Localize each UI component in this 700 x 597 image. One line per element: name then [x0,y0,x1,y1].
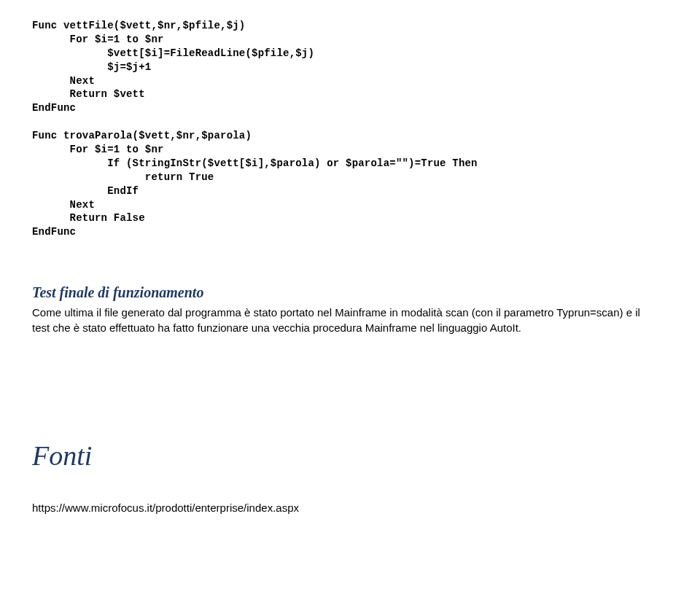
code-listing: Func vettFile($vett,$nr,$pfile,$j) For $… [32,19,668,239]
body-paragraph: Come ultima il file generato dal program… [32,305,645,335]
section-heading: Test finale di funzionamento [32,283,668,303]
source-link: https://www.microfocus.it/prodotti/enter… [32,501,668,515]
fonti-heading: Fonti [32,437,668,475]
